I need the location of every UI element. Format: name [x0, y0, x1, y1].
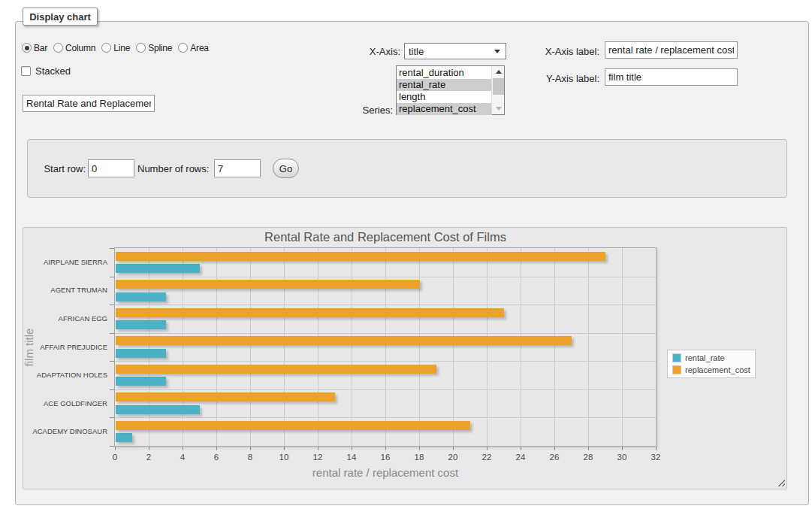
gridline-h	[115, 277, 656, 277]
series-option-rental_rate[interactable]: rental_rate	[397, 79, 492, 91]
category-label-1: AGENT TRUMAN	[19, 286, 107, 294]
x-tick-label: 24	[507, 453, 534, 462]
series-option-length[interactable]: length	[397, 91, 492, 103]
scroll-up-button[interactable]	[492, 66, 505, 77]
chart-x-axis-label: rental rate / replacement cost	[160, 466, 611, 479]
x-tick-label: 12	[304, 453, 331, 462]
x-axis-select[interactable]: title	[404, 43, 506, 59]
gridline-v	[521, 248, 521, 446]
gridline-v	[554, 248, 555, 446]
y-tick-mark	[110, 277, 114, 277]
dropdown-arrow-icon	[494, 50, 500, 53]
start-row-input[interactable]	[88, 159, 134, 177]
chart-title-input[interactable]	[23, 95, 155, 112]
chart-type-option-area: Area	[178, 43, 209, 53]
chart-y-axis-label: film title	[23, 328, 35, 366]
x-tick-label: 26	[541, 453, 568, 462]
gridline-v	[487, 248, 488, 446]
y-tick-mark	[110, 417, 114, 418]
scroll-up-icon	[496, 70, 502, 74]
radio-label-line: Line	[113, 43, 130, 53]
radio-spline[interactable]	[136, 43, 146, 53]
x-tick-label: 0	[101, 453, 128, 462]
stacked-row: Stacked	[21, 65, 71, 77]
x-tick-mark	[453, 447, 454, 450]
category-label-4: ADAPTATION HOLES	[19, 371, 107, 379]
bar-replacement_cost-6	[116, 421, 470, 430]
bar-rental_rate-1	[116, 292, 166, 301]
category-label-6: ACADEMY DINOSAUR	[19, 427, 107, 435]
chart-type-radio-group: BarColumnLineSplineArea	[22, 42, 209, 53]
x-tick-mark	[115, 447, 116, 450]
x-tick-mark	[588, 447, 589, 450]
gridline-v	[149, 248, 149, 446]
x-tick-mark	[352, 447, 352, 450]
x-tick-label: 20	[439, 453, 466, 462]
series-scrollbar[interactable]	[491, 66, 504, 114]
legend-swatch-rental_rate	[672, 353, 681, 362]
series-label: Series:	[318, 105, 393, 116]
legend-item-replacement_cost: replacement_cost	[672, 365, 750, 374]
gridline-v	[284, 248, 285, 446]
x-tick-mark	[183, 447, 183, 450]
chart-type-option-line: Line	[101, 43, 130, 53]
series-option-rental_duration[interactable]: rental_duration	[397, 67, 492, 79]
radio-line[interactable]	[101, 43, 111, 53]
y-axis-label-input[interactable]	[605, 68, 738, 86]
x-axis-label-input[interactable]	[605, 41, 738, 59]
y-tick-mark	[110, 446, 114, 447]
scrollbar-thumb[interactable]	[493, 78, 504, 95]
x-tick-mark	[250, 447, 251, 450]
x-tick-mark	[419, 447, 420, 450]
x-tick-label: 30	[608, 453, 635, 462]
bar-replacement_cost-1	[116, 280, 420, 289]
y-tick-mark	[110, 333, 114, 334]
x-tick-label: 28	[575, 453, 602, 462]
series-multiselect[interactable]: rental_durationrental_ratelengthreplacem…	[396, 65, 505, 115]
x-axis-label: X-Axis:	[325, 46, 400, 57]
legend-item-rental_rate: rental_rate	[672, 353, 750, 362]
radio-label-column: Column	[65, 43, 95, 53]
x-tick-mark	[216, 447, 217, 450]
bar-replacement_cost-3	[116, 336, 572, 345]
chart-legend: rental_ratereplacement_cost	[667, 350, 756, 378]
scroll-down-button[interactable]	[492, 103, 505, 114]
y-tick-mark	[110, 361, 114, 362]
series-option-replacement_cost[interactable]: replacement_cost	[397, 103, 492, 115]
stacked-checkbox[interactable]	[21, 66, 31, 76]
gridline-v	[622, 248, 623, 446]
x-tick-mark	[385, 447, 386, 450]
chart-title: Rental Rate and Replacement Cost of Film…	[160, 230, 611, 244]
x-axis-selected-value: title	[409, 46, 424, 57]
radio-bar[interactable]	[22, 43, 32, 53]
x-tick-label: 22	[473, 453, 500, 462]
x-tick-mark	[318, 447, 318, 450]
legend-label-rental_rate: rental_rate	[685, 353, 725, 362]
x-tick-label: 32	[642, 453, 669, 462]
start-row-label: Start row:	[35, 163, 86, 174]
fieldset-legend: Display chart	[23, 8, 98, 26]
category-label-2: AFRICAN EGG	[19, 314, 107, 323]
x-tick-mark	[149, 447, 149, 450]
x-tick-mark	[622, 447, 623, 450]
x-tick-label: 2	[135, 453, 162, 462]
chart-type-option-spline: Spline	[136, 43, 172, 53]
gridline-h	[115, 389, 656, 390]
x-axis-label-field-label: X-Axis label:	[524, 46, 599, 57]
number-of-rows-input[interactable]	[214, 159, 261, 177]
radio-column[interactable]	[53, 43, 63, 53]
scroll-down-icon	[496, 107, 502, 111]
bar-rental_rate-2	[116, 320, 166, 329]
gridline-v	[419, 248, 420, 446]
bar-rental_rate-6	[116, 433, 132, 442]
y-tick-mark	[110, 248, 114, 249]
gridline-h	[115, 304, 656, 305]
category-label-5: ACE GOLDFINGER	[19, 399, 107, 407]
radio-area[interactable]	[178, 43, 188, 53]
radio-label-bar: Bar	[34, 43, 47, 53]
y-axis-label-field-label: Y-Axis label:	[524, 73, 599, 84]
go-button[interactable]: Go	[273, 159, 299, 178]
x-tick-mark	[487, 447, 488, 450]
x-tick-mark	[656, 447, 657, 450]
y-tick-mark	[110, 389, 114, 390]
